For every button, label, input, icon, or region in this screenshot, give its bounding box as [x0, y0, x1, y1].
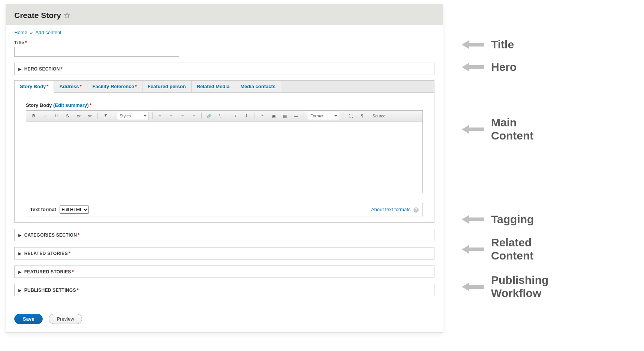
edit-summary-link[interactable]: Edit summary: [55, 102, 87, 108]
numbered-list-button[interactable]: 1.: [242, 112, 252, 120]
body-label-suffix: ): [87, 102, 88, 108]
svg-marker-0: [64, 13, 69, 18]
required-marker: *: [78, 232, 79, 238]
annotation-label: Main Content: [491, 116, 533, 142]
maximize-button[interactable]: ⛶: [346, 112, 356, 120]
divider: [14, 307, 434, 307]
subscript-button[interactable]: x2: [85, 112, 95, 120]
unlink-button[interactable]: ⮌: [215, 112, 226, 120]
related-stories-label: RELATED STORIES: [24, 251, 68, 256]
align-justify-button[interactable]: ≡: [189, 112, 199, 120]
toolbar-separator: [113, 112, 113, 119]
source-button[interactable]: Source: [368, 112, 390, 120]
remove-format-button[interactable]: T: [100, 112, 111, 120]
tab-facility-reference[interactable]: Facility Reference*: [87, 81, 142, 92]
text-format-label: Text format: [30, 207, 56, 212]
title-input[interactable]: [14, 47, 179, 57]
expand-icon: ▶: [18, 233, 21, 237]
strikethrough-button[interactable]: S: [62, 112, 73, 120]
hero-section-label: HERO SECTION: [24, 66, 60, 72]
svg-marker-1: [462, 40, 484, 49]
image-button[interactable]: ▣: [268, 112, 279, 120]
arrow-left-icon: [462, 62, 484, 73]
underline-button[interactable]: U: [51, 112, 61, 120]
align-right-button[interactable]: ≡: [177, 112, 188, 120]
cms-form-panel: Create Story Home » Add content Title* ▶: [6, 4, 443, 333]
categories-section-label: CATEGORIES SECTION: [24, 232, 77, 238]
featured-stories-label: FEATURED STORIES: [24, 269, 71, 274]
breadcrumb-add-content[interactable]: Add content: [35, 30, 61, 35]
tab-address[interactable]: Address*: [54, 81, 87, 92]
tab-related-media[interactable]: Related Media: [192, 81, 235, 92]
svg-marker-2: [462, 63, 484, 72]
arrow-left-icon: [462, 244, 484, 255]
toolbar-separator: [228, 112, 228, 119]
content-tabs: Story Body* Address* Facility Reference*…: [15, 80, 434, 92]
required-marker: *: [46, 84, 48, 89]
star-icon[interactable]: [63, 14, 70, 19]
tab-featured-person[interactable]: Featured person: [142, 81, 192, 92]
tab-label: Facility Reference: [93, 84, 134, 89]
tab-story-body[interactable]: Story Body*: [15, 81, 54, 93]
expand-icon: ▶: [18, 288, 21, 292]
tab-label: Story Body: [20, 84, 46, 89]
save-button[interactable]: Save: [14, 314, 43, 324]
svg-marker-3: [462, 125, 484, 134]
italic-button[interactable]: I: [40, 112, 50, 120]
rich-text-editor: B I U S x2 x2 T Styles ≡ ≡: [26, 110, 423, 193]
published-settings-fieldset[interactable]: ▶ PUBLISHED SETTINGS*: [14, 284, 434, 296]
tab-label: Featured person: [148, 84, 186, 89]
bold-button[interactable]: B: [28, 112, 39, 120]
title-field-wrapper: Title*: [14, 40, 434, 57]
action-buttons: Save Preview: [14, 314, 434, 324]
tab-label: Related Media: [197, 84, 229, 89]
arrow-left-icon: [462, 281, 484, 292]
related-stories-fieldset[interactable]: ▶ RELATED STORIES*: [14, 247, 434, 260]
expand-icon: ▶: [18, 270, 21, 274]
blockquote-button[interactable]: ❝: [257, 112, 268, 120]
horizontal-rule-button[interactable]: —: [291, 112, 301, 120]
breadcrumb-home[interactable]: Home: [14, 30, 27, 35]
annotation-label: Title: [491, 38, 514, 51]
styles-combo[interactable]: Styles: [117, 112, 148, 120]
superscript-button[interactable]: x2: [73, 112, 84, 120]
editor-toolbar: B I U S x2 x2 T Styles ≡ ≡: [26, 111, 422, 122]
hero-section-fieldset[interactable]: ▶ HERO SECTION*: [14, 63, 434, 75]
annotation-label: Related Content: [491, 236, 533, 262]
align-left-button[interactable]: ≡: [155, 112, 165, 120]
text-format-select[interactable]: Full HTML: [60, 206, 89, 214]
required-marker: *: [90, 102, 91, 108]
format-combo[interactable]: Format: [308, 112, 339, 120]
bulleted-list-button[interactable]: •: [231, 112, 241, 120]
align-center-button[interactable]: ≡: [166, 112, 177, 120]
tab-media-contacts[interactable]: Media contacts: [235, 81, 281, 92]
about-text-formats-link[interactable]: About text formats: [371, 207, 411, 212]
editor-content-area[interactable]: [26, 122, 422, 193]
expand-icon: ▶: [18, 251, 21, 256]
content-tabs-wrapper: Story Body* Address* Facility Reference*…: [14, 80, 434, 223]
tab-label: Media contacts: [240, 84, 276, 89]
link-button[interactable]: 🔗: [204, 112, 214, 120]
annotation-hero: Hero: [462, 61, 517, 74]
body-label-prefix: Story Body (: [26, 102, 55, 108]
page-title: Create Story: [14, 11, 61, 20]
preview-button[interactable]: Preview: [49, 314, 82, 324]
title-label: Title: [14, 40, 24, 45]
toolbar-separator: [201, 112, 202, 119]
toolbar-separator: [343, 112, 343, 119]
expand-icon: ▶: [18, 67, 21, 71]
required-marker: *: [25, 40, 27, 45]
categories-section-fieldset[interactable]: ▶ CATEGORIES SECTION*: [14, 229, 434, 241]
svg-marker-5: [462, 245, 484, 254]
text-format-bar: Text format Full HTML About text formats…: [26, 203, 423, 216]
required-marker: *: [69, 250, 70, 256]
svg-marker-4: [462, 215, 484, 224]
toolbar-separator: [304, 112, 304, 119]
annotation-publishing-workflow: Publishing Workflow: [462, 274, 548, 300]
help-icon[interactable]: ?: [413, 207, 419, 213]
show-blocks-button[interactable]: ¶: [357, 112, 367, 120]
annotation-tagging: Tagging: [462, 213, 534, 226]
breadcrumb-separator: »: [30, 30, 33, 35]
table-button[interactable]: ▦: [280, 112, 290, 120]
featured-stories-fieldset[interactable]: ▶ FEATURED STORIES*: [14, 266, 434, 278]
